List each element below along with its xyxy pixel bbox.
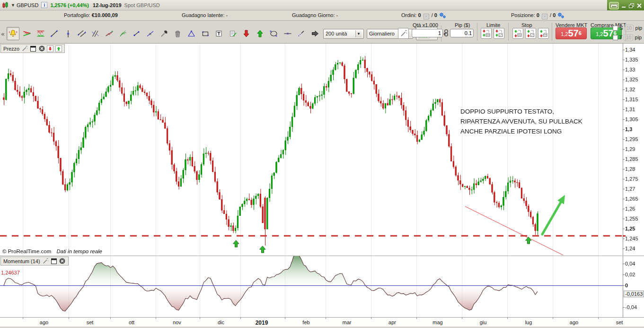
momentum-window-icon[interactable]	[51, 258, 57, 265]
zigzag-button[interactable]	[34, 27, 47, 40]
price-buy-doc-icon[interactable]	[55, 45, 62, 52]
position-label: Posizione:	[511, 12, 535, 18]
stop-checkbox[interactable]	[613, 26, 618, 31]
orders-settings-gear-icon[interactable]	[439, 12, 446, 18]
trend-line-button[interactable]	[48, 27, 61, 40]
order-settings-button[interactable]	[398, 28, 409, 39]
keyboard-icon[interactable]	[609, 2, 619, 9]
price-panel-title: Prezzo	[3, 46, 19, 52]
forward-step-button[interactable]	[309, 27, 321, 40]
quantity-input[interactable]	[412, 29, 443, 37]
instrument-name: GBPUSD	[17, 2, 38, 8]
support-level-label[interactable]: 1,24637	[1, 270, 20, 275]
arcs-icon	[119, 30, 127, 37]
multi-lines-button[interactable]	[89, 27, 102, 40]
sell-arrow-button[interactable]	[240, 27, 253, 40]
position-status: Posizione: 0 ✕ / 0	[511, 12, 565, 19]
rectangle-button[interactable]	[199, 27, 212, 40]
horizontal-segment-button[interactable]	[281, 27, 294, 40]
position-open-count: 0	[537, 12, 539, 18]
stop-order-button-1[interactable]	[512, 28, 523, 39]
pip-value-input[interactable]	[450, 29, 474, 37]
price-tick-mark	[623, 89, 625, 90]
momentum-tick-label: 0,04	[625, 261, 635, 266]
trading-notes-button[interactable]	[226, 27, 239, 40]
price-tick-mark	[623, 239, 625, 239]
instrument-dropdown-icon[interactable]: ▼	[11, 3, 15, 8]
angle-line-button[interactable]	[144, 27, 157, 40]
day-gain-value: -	[336, 12, 338, 18]
text-tool-button[interactable]	[212, 27, 225, 40]
units-dropdown[interactable]: 200 unità ▼	[323, 29, 364, 39]
extended-line-button[interactable]	[295, 27, 308, 40]
titlebar: ▼ GBPUSD i 1,2576 (+0,44%) 12-lug-2019 S…	[0, 0, 644, 10]
fibonacci-arcs-button[interactable]	[116, 27, 129, 40]
sell-market-button[interactable]: 1,2576	[556, 27, 587, 39]
restore-icon[interactable]	[629, 2, 635, 9]
stop-order-button-3[interactable]	[538, 28, 549, 39]
price-tick-label: 1,24	[625, 246, 635, 251]
chevron-down-icon: ▼	[355, 30, 362, 37]
momentum-tick-mark	[623, 285, 625, 286]
segment-button[interactable]	[130, 27, 143, 40]
time-axis[interactable]: agosetottnovdic2019febmaraprmaggiulugago…	[0, 317, 644, 327]
trash-icon	[174, 30, 181, 37]
pattern-detector-button[interactable]	[20, 27, 33, 40]
momentum-tick-mark	[623, 275, 625, 275]
object-tools-button[interactable]	[158, 27, 170, 40]
ellipse-button[interactable]	[267, 27, 280, 40]
position-settings-gear-icon[interactable]	[557, 12, 565, 18]
limit-order-button-2[interactable]	[494, 28, 504, 39]
limit-section-label: Limite	[486, 22, 500, 28]
price-tick-mark	[623, 149, 625, 150]
units-value: 200 unità	[326, 31, 350, 36]
trading-platform-window: ▼ GBPUSD i 1,2576 (+0,44%) 12-lug-2019 S…	[0, 0, 644, 328]
panel-divider[interactable]	[0, 256, 644, 256]
stop-pips-input[interactable]: 10	[624, 25, 634, 32]
triangle-button[interactable]	[185, 27, 198, 40]
minimize-icon[interactable]	[621, 2, 626, 9]
limit-order-button-1[interactable]	[481, 28, 492, 39]
price-tick-mark	[623, 129, 625, 130]
momentum-panel-header: Momentum (14)	[0, 257, 69, 266]
link-icon	[443, 28, 449, 38]
orders-cancel-icon[interactable]: ✕	[423, 14, 429, 19]
stop-order-button-2[interactable]	[525, 28, 536, 39]
time-tick-mark	[507, 318, 508, 319]
annotation-line-3: ANCHE PARZIALE IPOTESI LONG	[460, 126, 582, 136]
time-tick-mark	[156, 318, 156, 319]
price-tick-label: 1,31	[625, 106, 635, 112]
stop-pip-unit: pip	[635, 25, 643, 31]
target-pips-input[interactable]: 10	[624, 34, 633, 41]
info-icon[interactable]: i	[41, 2, 47, 8]
time-tick-label: ago	[34, 319, 54, 325]
trend-line-icon	[50, 30, 58, 37]
momentum-settings-wrench-icon[interactable]	[42, 258, 49, 265]
buy-arrow-button[interactable]	[254, 27, 266, 40]
chart-annotation[interactable]: DOPPIO SUPPURTO TESTATO, RIPARTENZA AVVE…	[460, 106, 582, 136]
alarm-button[interactable]	[7, 27, 19, 40]
time-tick-mark	[371, 318, 371, 319]
line-through-prices-icon	[105, 30, 114, 37]
time-tick-label: feb	[296, 319, 317, 325]
delete-objects-button[interactable]	[171, 27, 184, 40]
vertical-line-button[interactable]	[62, 27, 74, 40]
stop-checkbox-label: S	[619, 25, 623, 31]
price-tick-mark	[623, 50, 625, 50]
price-chart-canvas[interactable]	[0, 44, 623, 256]
price-close-icon[interactable]	[38, 45, 45, 52]
price-settings-wrench-icon[interactable]	[21, 45, 28, 52]
close-icon[interactable]	[636, 2, 642, 9]
collapse-toolbar-button[interactable]: «	[0, 27, 6, 40]
position-close-icon[interactable]: ✕	[542, 14, 547, 19]
momentum-chart-canvas[interactable]	[0, 256, 623, 317]
orders-open-count: 0	[418, 12, 421, 18]
price-window-icon[interactable]	[30, 45, 36, 52]
quote-date: 12-lug-2019	[93, 2, 122, 8]
target-checkbox[interactable]	[613, 35, 618, 40]
price-sell-doc-icon[interactable]	[47, 45, 53, 52]
momentum-close-icon[interactable]	[59, 258, 66, 265]
parallel-channel-button[interactable]	[75, 27, 88, 40]
regression-line-button[interactable]	[103, 27, 115, 40]
price-tick-label: 1,265	[625, 196, 638, 202]
